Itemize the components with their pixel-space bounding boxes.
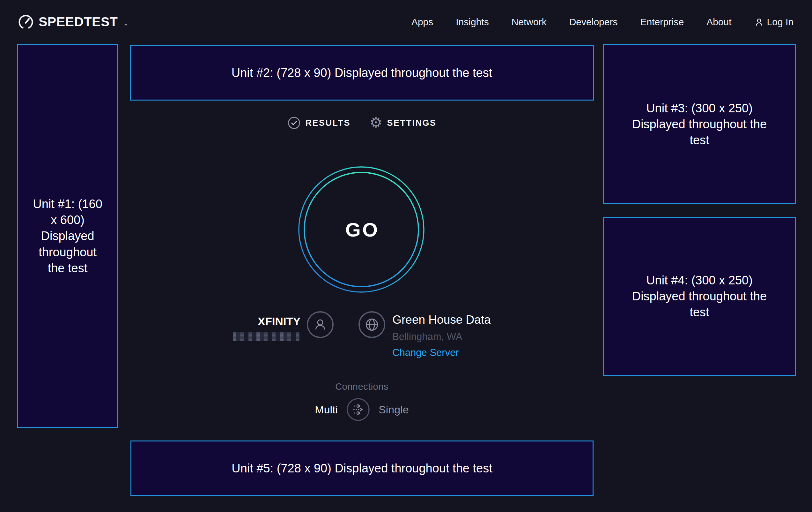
go-button[interactable]: GO	[297, 166, 425, 293]
logo-text: SPEEDTEST	[38, 15, 118, 29]
isp-info: XFINITY	[233, 311, 334, 341]
connections-label: Connections	[130, 381, 594, 392]
multi-connections-arrows-icon	[346, 397, 370, 422]
tab-settings[interactable]: ⚙ SETTINGS	[370, 116, 436, 130]
isp-name[interactable]: XFINITY	[233, 315, 300, 328]
nav-item-developers[interactable]: Developers	[569, 17, 618, 27]
login-label: Log In	[767, 17, 793, 27]
server-text: Green House Data Bellingham, WA Change S…	[392, 311, 491, 358]
ad-unit-label: Unit #5: (728 x 90) Displayed throughout…	[232, 460, 492, 476]
redacted-ip-address	[233, 332, 300, 341]
connection-mode-multi[interactable]: Multi	[315, 403, 338, 416]
nav-item-network[interactable]: Network	[512, 17, 547, 27]
ad-unit-5[interactable]: Unit #5: (728 x 90) Displayed throughout…	[130, 440, 593, 496]
main-column: Unit #2: (728 x 90) Displayed throughout…	[130, 44, 594, 512]
connection-mode-single[interactable]: Single	[379, 403, 409, 416]
ad-unit-label: Unit #2: (728 x 90) Displayed throughout…	[232, 65, 492, 81]
ad-unit-label: Unit #4: (300 x 250) Displayed throughou…	[623, 272, 776, 320]
server-name: Green House Data	[392, 313, 491, 327]
nav-item-apps[interactable]: Apps	[411, 17, 433, 27]
header: SPEEDTEST ™ Apps Insights Network Develo…	[0, 0, 812, 44]
login-button[interactable]: Log In	[754, 17, 793, 27]
ad-unit-label: Unit #3: (300 x 250) Displayed throughou…	[623, 100, 776, 148]
server-location: Bellingham, WA	[392, 331, 491, 343]
ad-unit-1[interactable]: Unit #1: (160 x 600) Displayed throughou…	[17, 44, 118, 428]
server-info: Green House Data Bellingham, WA Change S…	[358, 311, 491, 358]
logo[interactable]: SPEEDTEST ™	[18, 14, 127, 30]
tab-results[interactable]: RESULTS	[287, 116, 351, 130]
test-meta-row: XFINITY	[130, 311, 594, 358]
tabs-bar: RESULTS ⚙ SETTINGS	[130, 115, 594, 130]
user-icon	[754, 17, 764, 27]
speedtest-page: SPEEDTEST ™ Apps Insights Network Develo…	[0, 0, 812, 512]
go-button-label: GO	[297, 166, 425, 293]
check-circle-icon	[287, 116, 301, 130]
tab-settings-label: SETTINGS	[387, 118, 436, 128]
ad-unit-3[interactable]: Unit #3: (300 x 250) Displayed throughou…	[603, 44, 796, 204]
isp-text: XFINITY	[233, 311, 300, 341]
nav-item-enterprise[interactable]: Enterprise	[640, 17, 684, 27]
ad-unit-label: Unit #1: (160 x 600) Displayed throughou…	[30, 196, 105, 276]
gear-icon: ⚙	[370, 115, 382, 130]
change-server-link[interactable]: Change Server	[392, 347, 459, 358]
ad-unit-4[interactable]: Unit #4: (300 x 250) Displayed throughou…	[603, 217, 796, 376]
nav-item-about[interactable]: About	[706, 17, 731, 27]
globe-icon	[358, 311, 385, 338]
logo-trademark: ™	[123, 23, 127, 27]
ad-unit-2[interactable]: Unit #2: (728 x 90) Displayed throughout…	[130, 45, 594, 101]
tab-results-label: RESULTS	[306, 118, 351, 128]
main-nav: Apps Insights Network Developers Enterpr…	[411, 17, 793, 27]
connection-toggle-button[interactable]	[346, 397, 370, 422]
speedometer-icon	[18, 14, 34, 30]
connections-row: Multi Single	[130, 397, 594, 422]
isp-user-icon	[307, 311, 334, 338]
nav-item-insights[interactable]: Insights	[456, 17, 489, 27]
